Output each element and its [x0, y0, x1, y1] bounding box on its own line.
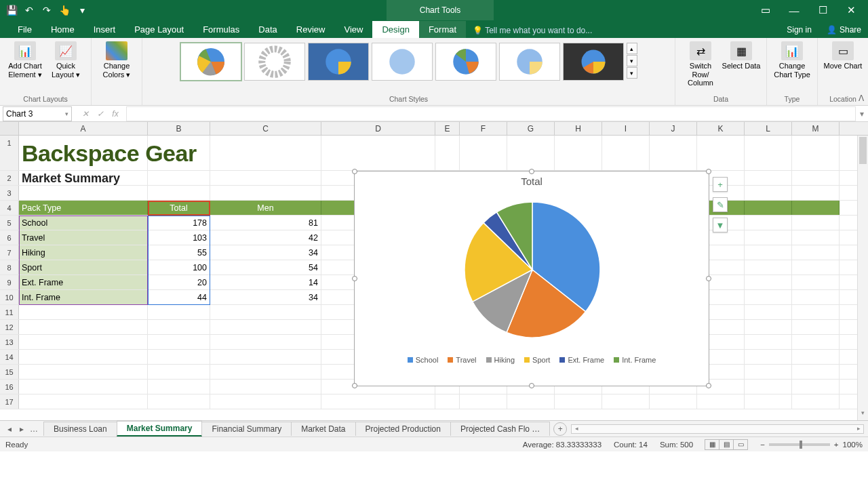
formula-input[interactable] — [126, 106, 856, 121]
tell-me-search[interactable]: Tell me what you want to do... — [466, 23, 599, 38]
header-pack-type: Pack Type — [19, 201, 148, 215]
tab-view[interactable]: View — [334, 21, 372, 38]
legend-item[interactable]: Int. Frame — [614, 356, 656, 364]
col-header[interactable]: A — [19, 122, 148, 135]
add-chart-element-button[interactable]: 📊Add Chart Element ▾ — [5, 40, 45, 79]
chart-elements-button[interactable]: + — [713, 177, 728, 192]
move-chart-icon: ▭ — [832, 41, 854, 60]
page-break-view-icon[interactable]: ▭ — [733, 439, 748, 450]
col-header[interactable]: H — [555, 122, 602, 135]
embedded-chart[interactable]: Total SchoolTravelHikingSportExt. FrameI… — [354, 171, 709, 386]
col-header[interactable]: D — [321, 122, 435, 135]
tab-formulas[interactable]: Formulas — [193, 21, 249, 38]
new-sheet-button[interactable]: + — [553, 422, 567, 436]
tab-home[interactable]: Home — [41, 21, 84, 38]
change-colors-button[interactable]: Change Colors ▾ — [97, 40, 136, 79]
chart-style-3[interactable] — [308, 43, 369, 81]
share-button[interactable]: 👤Share — [820, 22, 868, 38]
sheet-tab[interactable]: Business Loan — [43, 422, 117, 436]
worksheet-grid[interactable]: A B C D E F G H I J K L M 1Backspace Gea… — [0, 122, 868, 420]
close-icon[interactable]: ✕ — [838, 3, 864, 18]
sign-in-link[interactable]: Sign in — [778, 22, 820, 38]
chart-legend[interactable]: SchoolTravelHikingSportExt. FrameInt. Fr… — [355, 353, 709, 368]
col-header[interactable]: K — [697, 122, 745, 135]
tab-page-layout[interactable]: Page Layout — [125, 21, 193, 38]
sheet-tab[interactable]: Financial Summary — [201, 422, 292, 436]
view-buttons[interactable]: ▦▤▭ — [705, 439, 748, 450]
zoom-out-icon[interactable]: − — [760, 441, 765, 449]
legend-item[interactable]: Sport — [524, 356, 550, 364]
pie-chart-plot[interactable] — [355, 188, 710, 351]
col-header[interactable]: I — [602, 122, 650, 135]
tab-insert[interactable]: Insert — [84, 21, 125, 38]
col-header[interactable]: B — [148, 122, 210, 135]
chart-style-5[interactable] — [435, 43, 496, 81]
sheet-tab[interactable]: Projected Cash Flo … — [450, 422, 550, 436]
tab-format[interactable]: Format — [419, 21, 466, 38]
sheet-title: Backspace Gear — [19, 136, 148, 170]
ribbon-display-icon[interactable]: ▭ — [753, 3, 778, 18]
sheet-tab-active[interactable]: Market Summary — [117, 421, 203, 436]
maximize-icon[interactable]: ☐ — [810, 3, 835, 18]
touch-mode-icon[interactable]: 👆 — [57, 3, 72, 18]
col-header[interactable]: J — [650, 122, 697, 135]
chart-styles-gallery[interactable]: ▴▾▾ — [180, 40, 637, 81]
chart-styles-button[interactable]: ✎ — [713, 197, 728, 212]
gallery-scroll[interactable]: ▴▾▾ — [627, 43, 637, 79]
minimize-icon[interactable]: — — [781, 3, 807, 18]
collapse-ribbon-icon[interactable]: ᐱ — [859, 94, 864, 103]
zoom-level[interactable]: 100% — [843, 441, 863, 449]
name-box[interactable]: Chart 3 — [3, 106, 72, 121]
sheet-horizontal-scrollbar[interactable]: ◂▸ — [571, 424, 864, 434]
tab-design[interactable]: Design — [372, 21, 418, 38]
chart-style-6[interactable] — [499, 43, 560, 81]
save-icon[interactable]: 💾 — [4, 3, 19, 18]
page-layout-view-icon[interactable]: ▤ — [719, 439, 734, 450]
legend-item[interactable]: Hiking — [486, 356, 515, 364]
enter-formula-icon[interactable]: ✓ — [94, 109, 107, 119]
redo-icon[interactable]: ↷ — [39, 3, 54, 18]
select-data-button[interactable]: ▦Select Data — [722, 40, 761, 87]
fx-icon[interactable]: fx — [108, 109, 122, 119]
vertical-scrollbar[interactable]: ▴▾ — [857, 136, 868, 420]
quick-layout-button[interactable]: 📈Quick Layout ▾ — [46, 40, 85, 79]
change-chart-type-button[interactable]: 📊Change Chart Type — [772, 40, 812, 79]
cancel-formula-icon[interactable]: ✕ — [79, 109, 92, 119]
chart-style-7[interactable] — [563, 43, 624, 81]
ribbon-group-data: ⇄Switch Row/ Column ▦Select Data Data — [675, 38, 767, 105]
col-header[interactable]: G — [507, 122, 555, 135]
table-row[interactable]: 17 — [0, 394, 868, 409]
sheet-nav[interactable]: ◂▸… — [0, 424, 43, 434]
move-chart-button[interactable]: ▭Move Chart — [823, 40, 863, 70]
col-header[interactable]: C — [210, 122, 321, 135]
zoom-controls[interactable]: −+100% — [760, 441, 863, 449]
title-bar: 💾 ↶ ↷ 👆 ▾ Backspace - Excel Chart Tools … — [0, 0, 868, 20]
tab-data[interactable]: Data — [249, 21, 286, 38]
tab-review[interactable]: Review — [287, 21, 335, 38]
col-header[interactable]: E — [435, 122, 460, 135]
chart-filters-button[interactable]: ▼ — [713, 218, 728, 232]
normal-view-icon[interactable]: ▦ — [705, 439, 719, 450]
col-header[interactable]: L — [745, 122, 792, 135]
switch-row-column-button[interactable]: ⇄Switch Row/ Column — [681, 40, 720, 87]
column-headers[interactable]: A B C D E F G H I J K L M — [0, 122, 868, 136]
ribbon-group-type: 📊Change Chart Type Type — [767, 38, 818, 105]
legend-item[interactable]: Travel — [448, 356, 476, 364]
undo-icon[interactable]: ↶ — [22, 3, 37, 18]
legend-item[interactable]: Ext. Frame — [559, 356, 604, 364]
col-header[interactable]: F — [460, 122, 507, 135]
sheet-tab[interactable]: Projected Production — [355, 422, 451, 436]
zoom-in-icon[interactable]: + — [834, 441, 839, 449]
chart-style-2[interactable] — [244, 43, 305, 81]
select-all-corner[interactable] — [0, 122, 19, 135]
table-row[interactable]: 1Backspace Gear — [0, 136, 868, 171]
legend-item[interactable]: School — [408, 356, 439, 364]
tab-file[interactable]: File — [8, 21, 41, 38]
col-header[interactable]: M — [792, 122, 840, 135]
expand-formula-bar-icon[interactable]: ▾ — [856, 109, 868, 119]
chart-style-1[interactable] — [180, 43, 241, 81]
chart-style-4[interactable] — [372, 43, 433, 81]
zoom-slider[interactable] — [769, 443, 830, 446]
qat-customize-icon[interactable]: ▾ — [75, 3, 90, 18]
sheet-tab[interactable]: Market Data — [291, 422, 355, 436]
